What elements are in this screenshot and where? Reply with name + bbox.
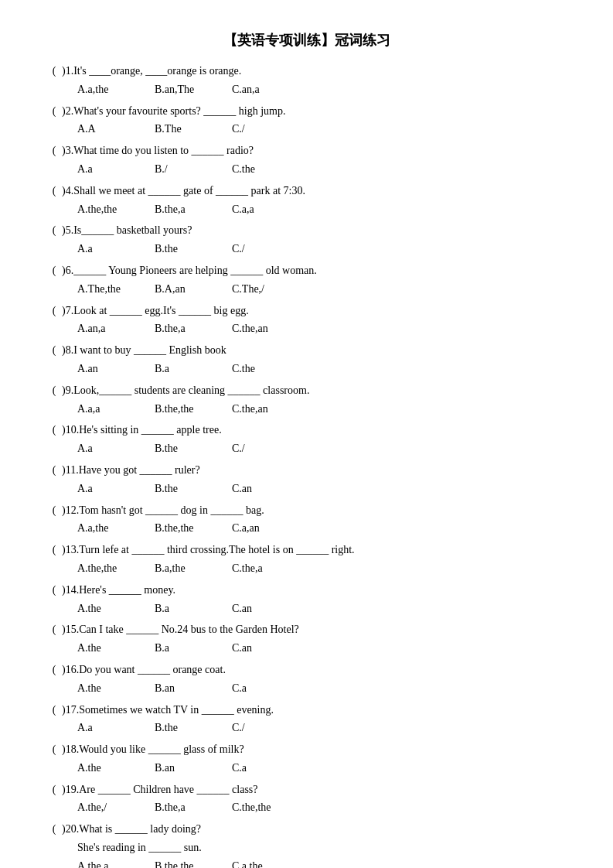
option-item: A.a bbox=[77, 160, 139, 179]
options-line: A.the,theB.a,theC.the,a bbox=[46, 559, 567, 578]
question-line: ()8.I want to buy ______ English book bbox=[46, 341, 567, 360]
option-item: A.a bbox=[77, 480, 139, 498]
option-item: C.The,/ bbox=[232, 280, 294, 299]
question-line: ()4.Shall we meet at ______ gate of ____… bbox=[46, 182, 567, 200]
questions-container: ()1.It's ____orange, ____orange is orang… bbox=[46, 62, 567, 868]
option-item: A.the,/ bbox=[77, 798, 139, 817]
question-block: ()1.It's ____orange, ____orange is orang… bbox=[46, 62, 567, 99]
option-item: C.the,an bbox=[232, 320, 294, 338]
question-block: ()8.I want to buy ______ English bookA.a… bbox=[46, 341, 567, 378]
options-line: A.an,aB.the,aC.the,an bbox=[46, 320, 567, 338]
question-line: ()13.Turn lefe at ______ third crossing.… bbox=[46, 541, 567, 559]
options-line: A.AB.TheC./ bbox=[46, 120, 567, 138]
question-block: ()2.What's your favourite sports? ______… bbox=[46, 102, 567, 139]
question-subtext: She's reading in ______ sun. bbox=[46, 839, 567, 857]
option-item: B.the bbox=[155, 439, 216, 458]
options-line: A.the,aB.the,theC.a,the bbox=[46, 857, 567, 868]
question-block: ()14.Here's ______ money.A.theB.aC.an bbox=[46, 581, 567, 618]
options-line: A.a,theB.an,TheC.an,a bbox=[46, 80, 567, 99]
question-block: ()18.Would you like ______ glass of milk… bbox=[46, 740, 567, 777]
option-item: B.the,a bbox=[155, 798, 216, 817]
question-line: ()2.What's your favourite sports? ______… bbox=[46, 102, 567, 121]
question-text: )4.Shall we meet at ______ gate of _____… bbox=[62, 182, 567, 200]
question-text: )2.What's your favourite sports? ______ … bbox=[62, 102, 567, 121]
question-text: )14.Here's ______ money. bbox=[62, 581, 567, 600]
question-paren: ( bbox=[46, 740, 62, 759]
option-item: C./ bbox=[232, 120, 294, 138]
option-item: C./ bbox=[232, 719, 294, 737]
option-item: A.the,a bbox=[77, 857, 139, 868]
options-line: A.theB.aC.an bbox=[46, 639, 567, 658]
option-item: B.the bbox=[155, 240, 216, 258]
option-item: A.a bbox=[77, 240, 139, 258]
question-line: ()12.Tom hasn't got ______ dog in ______… bbox=[46, 501, 567, 520]
options-line: A.aB.theC./ bbox=[46, 240, 567, 258]
option-item: A.a,the bbox=[77, 519, 139, 538]
question-line: ()19.Are ______ Children have ______ cla… bbox=[46, 781, 567, 799]
question-block: ()13.Turn lefe at ______ third crossing.… bbox=[46, 541, 567, 578]
question-line: ()15.Can I take ______ No.24 bus to the … bbox=[46, 620, 567, 639]
option-item: A.the bbox=[77, 639, 139, 658]
question-block: ()3.What time do you listen to ______ ra… bbox=[46, 142, 567, 179]
option-item: A.an,a bbox=[77, 320, 139, 338]
question-block: ()17.Sometimes we watch TV in ______ eve… bbox=[46, 701, 567, 738]
option-item: B.a bbox=[155, 600, 216, 618]
options-line: A.aB.theC./ bbox=[46, 719, 567, 737]
option-item: C./ bbox=[232, 240, 294, 258]
options-line: A.a,theB.the,theC.a,an bbox=[46, 519, 567, 538]
question-line: ()20.What is ______ lady doing? bbox=[46, 820, 567, 839]
option-item: B.a bbox=[155, 639, 216, 658]
question-text: )17.Sometimes we watch TV in ______ even… bbox=[62, 701, 567, 719]
option-item: B.an bbox=[155, 679, 216, 698]
option-item: B.an,The bbox=[155, 80, 216, 99]
question-paren: ( bbox=[46, 261, 62, 280]
question-text: )7.Look at ______ egg.It's ______ big eg… bbox=[62, 302, 567, 320]
question-text: )13.Turn lefe at ______ third crossing.T… bbox=[62, 541, 567, 559]
question-text: )9.Look,______ students are cleaning ___… bbox=[62, 381, 567, 400]
question-text: )19.Are ______ Children have ______ clas… bbox=[62, 781, 567, 799]
option-item: A.the bbox=[77, 600, 139, 618]
option-item: C.the,a bbox=[232, 559, 294, 578]
question-paren: ( bbox=[46, 102, 62, 121]
question-line: ()16.Do you want ______ orange coat. bbox=[46, 661, 567, 679]
question-paren: ( bbox=[46, 302, 62, 320]
question-line: ()7.Look at ______ egg.It's ______ big e… bbox=[46, 302, 567, 320]
question-paren: ( bbox=[46, 820, 62, 839]
question-text: )16.Do you want ______ orange coat. bbox=[62, 661, 567, 679]
question-line: ()14.Here's ______ money. bbox=[46, 581, 567, 600]
question-text: )3.What time do you listen to ______ rad… bbox=[62, 142, 567, 160]
question-text: )12.Tom hasn't got ______ dog in ______ … bbox=[62, 501, 567, 520]
options-line: A.theB.anC.a bbox=[46, 759, 567, 777]
question-text: )5.Is______ basketball yours? bbox=[62, 221, 567, 240]
question-paren: ( bbox=[46, 541, 62, 559]
option-item: A.The,the bbox=[77, 280, 139, 299]
option-item: B.a bbox=[155, 360, 216, 378]
question-text: )8.I want to buy ______ English book bbox=[62, 341, 567, 360]
question-paren: ( bbox=[46, 221, 62, 240]
option-item: C.the bbox=[232, 360, 294, 378]
question-block: ()20.What is ______ lady doing?She's rea… bbox=[46, 820, 567, 868]
option-item: C.an,a bbox=[232, 80, 294, 99]
option-item: B.A,an bbox=[155, 280, 216, 299]
option-item: B.The bbox=[155, 120, 216, 138]
question-block: ()10.He's sitting in ______ apple tree.A… bbox=[46, 421, 567, 458]
question-paren: ( bbox=[46, 182, 62, 200]
question-text: )6.______ Young Pioneers are helping ___… bbox=[62, 261, 567, 280]
option-item: A.an bbox=[77, 360, 139, 378]
option-item: C./ bbox=[232, 439, 294, 458]
question-paren: ( bbox=[46, 501, 62, 520]
option-item: C.the,an bbox=[232, 400, 294, 419]
option-item: B.an bbox=[155, 759, 216, 777]
question-line: ()9.Look,______ students are cleaning __… bbox=[46, 381, 567, 400]
question-paren: ( bbox=[46, 341, 62, 360]
question-block: ()16.Do you want ______ orange coat.A.th… bbox=[46, 661, 567, 698]
question-paren: ( bbox=[46, 661, 62, 679]
option-item: C.the bbox=[232, 160, 294, 179]
question-line: ()18.Would you like ______ glass of milk… bbox=[46, 740, 567, 759]
question-text: )10.He's sitting in ______ apple tree. bbox=[62, 421, 567, 439]
option-item: C.an bbox=[232, 600, 294, 618]
question-block: ()15.Can I take ______ No.24 bus to the … bbox=[46, 620, 567, 658]
options-line: A.aB.theC.an bbox=[46, 480, 567, 498]
option-item: C.a,the bbox=[232, 857, 294, 868]
question-block: ()6.______ Young Pioneers are helping __… bbox=[46, 261, 567, 299]
